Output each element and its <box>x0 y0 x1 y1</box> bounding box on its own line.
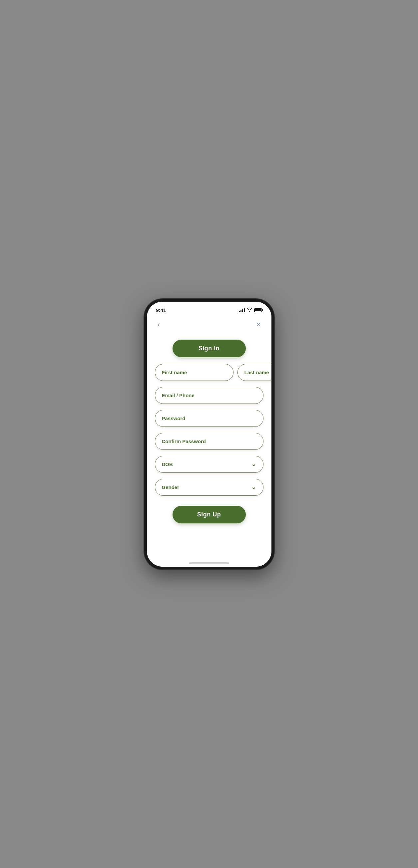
main-content: Sign In DOB 01/01/1990 <box>147 333 271 537</box>
phone-screen: 9:41 ‹ × <box>147 302 271 567</box>
home-indicator <box>189 562 229 564</box>
wifi-icon <box>247 308 252 313</box>
gender-select[interactable]: Gender Male Female Other <box>155 479 264 496</box>
signal-bars-icon <box>239 308 245 312</box>
status-time: 9:41 <box>156 307 166 313</box>
phone-frame: 9:41 ‹ × <box>144 299 274 569</box>
nav-bar: ‹ × <box>147 316 271 333</box>
password-input[interactable] <box>155 410 264 427</box>
last-name-input[interactable] <box>237 364 271 381</box>
confirm-password-input[interactable] <box>155 433 264 450</box>
first-name-input[interactable] <box>155 364 234 381</box>
signup-form: DOB 01/01/1990 01/01/1991 ⌄ Gender Male … <box>155 364 264 496</box>
battery-icon <box>254 308 262 312</box>
close-button[interactable]: × <box>254 319 264 330</box>
back-button[interactable]: ‹ <box>155 319 162 330</box>
signup-button[interactable]: Sign Up <box>173 506 246 523</box>
name-row <box>155 364 264 381</box>
status-icons <box>239 308 262 313</box>
gender-wrapper: Gender Male Female Other ⌄ <box>155 479 264 496</box>
signin-button[interactable]: Sign In <box>173 340 246 357</box>
status-bar: 9:41 <box>147 302 271 316</box>
email-phone-input[interactable] <box>155 387 264 404</box>
dob-select[interactable]: DOB 01/01/1990 01/01/1991 <box>155 456 264 473</box>
dob-wrapper: DOB 01/01/1990 01/01/1991 ⌄ <box>155 456 264 473</box>
